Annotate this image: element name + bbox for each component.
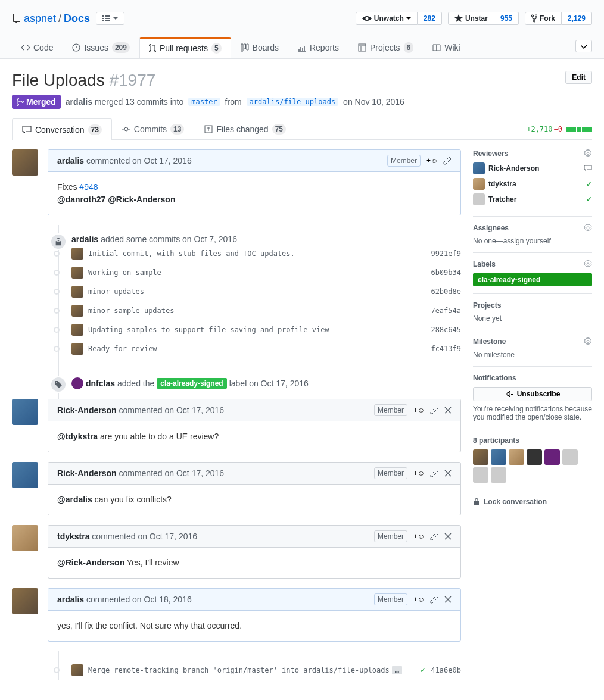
- gear-icon[interactable]: [584, 260, 592, 268]
- tab-projects[interactable]: Projects 6: [348, 37, 423, 58]
- avatar[interactable]: [71, 664, 83, 676]
- close-icon[interactable]: [444, 470, 452, 477]
- svg-text:+☺: +☺: [413, 406, 424, 414]
- breadcrumb-owner[interactable]: aspnet: [24, 12, 56, 25]
- commit-sha[interactable]: 62b0d8e: [431, 288, 461, 296]
- avatar[interactable]: [473, 467, 488, 483]
- fork-button[interactable]: Fork: [525, 12, 562, 25]
- close-icon[interactable]: [444, 596, 452, 603]
- close-icon[interactable]: [444, 407, 452, 414]
- check-icon[interactable]: ✓: [420, 666, 426, 674]
- watch-button[interactable]: Unwatch: [356, 12, 418, 25]
- projects-icon: [358, 43, 366, 52]
- pencil-icon[interactable]: [430, 469, 438, 477]
- avatar[interactable]: [71, 305, 83, 317]
- avatar[interactable]: [71, 248, 83, 260]
- commit-message[interactable]: Initial commit, with stub files and TOC …: [88, 249, 431, 258]
- reviewer-row[interactable]: Rick-Anderson: [473, 162, 592, 174]
- comment-icon: [584, 165, 592, 172]
- avatar[interactable]: [12, 399, 38, 425]
- commit-message[interactable]: Ready for review: [88, 345, 431, 353]
- pencil-icon[interactable]: [430, 406, 438, 414]
- add-reaction-icon[interactable]: +☺: [426, 156, 437, 165]
- tab-boards[interactable]: Boards: [231, 37, 288, 58]
- edit-button[interactable]: Edit: [565, 71, 592, 84]
- avatar[interactable]: [509, 449, 524, 465]
- add-reaction-icon[interactable]: +☺: [413, 468, 424, 478]
- avatar[interactable]: [491, 449, 506, 465]
- commit-sha[interactable]: 7eaf54a: [431, 307, 461, 315]
- project-switcher[interactable]: [96, 12, 124, 25]
- commit-message[interactable]: minor sample updates: [88, 307, 431, 315]
- base-branch[interactable]: master: [188, 98, 220, 106]
- commit-sha[interactable]: 288c645: [431, 326, 461, 334]
- tab-issues[interactable]: Issues 209: [63, 37, 139, 58]
- code-icon: [21, 43, 30, 52]
- svg-point-1: [149, 45, 151, 46]
- reviewer-row[interactable]: tdykstra✓: [473, 178, 592, 190]
- avatar[interactable]: [473, 449, 488, 465]
- tab-files[interactable]: Files changed 75: [194, 118, 296, 139]
- label[interactable]: cla-already-signed: [157, 378, 226, 389]
- avatar[interactable]: [71, 267, 83, 279]
- lock-conversation-link[interactable]: Lock conversation: [473, 490, 592, 506]
- avatar[interactable]: [12, 149, 38, 176]
- watch-count[interactable]: 282: [418, 12, 442, 25]
- gear-icon[interactable]: [584, 338, 592, 346]
- add-reaction-icon[interactable]: +☺: [413, 405, 424, 415]
- commit-row: Updating samples to support file saving …: [71, 320, 461, 339]
- avatar[interactable]: [71, 343, 83, 355]
- avatar[interactable]: [71, 377, 83, 389]
- avatar[interactable]: [544, 449, 560, 465]
- star-button[interactable]: Unstar: [448, 12, 494, 25]
- pencil-icon[interactable]: [430, 532, 438, 540]
- commit-message[interactable]: Updating samples to support file saving …: [88, 326, 431, 334]
- avatar[interactable]: [71, 286, 83, 298]
- nav-overflow-button[interactable]: [575, 40, 592, 52]
- avatar[interactable]: [71, 324, 83, 336]
- commit-row: minor updates62b0d8e: [71, 282, 461, 301]
- commit-message[interactable]: minor updates: [88, 288, 431, 296]
- tab-wiki[interactable]: Wiki: [423, 37, 469, 58]
- avatar[interactable]: [562, 449, 578, 465]
- avatar[interactable]: [12, 462, 38, 488]
- avatar[interactable]: [12, 525, 38, 551]
- avatar[interactable]: [12, 588, 38, 614]
- avatar[interactable]: [491, 467, 506, 483]
- gear-icon[interactable]: [584, 149, 592, 158]
- add-reaction-icon[interactable]: +☺: [413, 595, 424, 604]
- pencil-icon[interactable]: [430, 595, 438, 604]
- commit-icon: [122, 125, 130, 133]
- tab-code[interactable]: Code: [12, 37, 63, 58]
- unsubscribe-button[interactable]: Unsubscribe: [473, 387, 592, 401]
- commit-row: Working on sample6b09b34: [71, 263, 461, 282]
- chevron-down-icon: [581, 45, 587, 49]
- tab-conversation[interactable]: Conversation 73: [12, 118, 112, 140]
- avatar[interactable]: [527, 449, 542, 465]
- assign-self-link[interactable]: No one—assign yourself: [473, 237, 592, 245]
- commit-message[interactable]: Working on sample: [88, 268, 431, 277]
- commit-sha[interactable]: 6b09b34: [431, 268, 461, 277]
- add-reaction-icon[interactable]: +☺: [413, 532, 424, 541]
- tab-pull-requests[interactable]: Pull requests 5: [139, 37, 231, 58]
- issue-link[interactable]: #948: [79, 182, 98, 192]
- tab-reports[interactable]: Reports: [288, 37, 348, 58]
- repo-push-icon: [54, 238, 63, 246]
- tab-commits[interactable]: Commits 13: [112, 118, 195, 139]
- gear-icon[interactable]: [584, 224, 592, 232]
- breadcrumb-repo[interactable]: Docs: [64, 12, 90, 25]
- fork-count[interactable]: 2,129: [562, 12, 592, 25]
- commit-sha[interactable]: 41a6e0b: [431, 666, 461, 674]
- pencil-icon[interactable]: [443, 157, 452, 165]
- star-count[interactable]: 955: [494, 12, 519, 25]
- commit-sha[interactable]: fc413f9: [431, 345, 461, 353]
- merge-author[interactable]: ardalis: [66, 97, 92, 107]
- expand-ellipsis-button[interactable]: …: [392, 666, 402, 674]
- star-icon: [454, 14, 463, 23]
- label[interactable]: cla-already-signed: [473, 273, 592, 286]
- close-icon[interactable]: [444, 533, 452, 540]
- comment-author[interactable]: ardalis: [57, 156, 84, 165]
- head-branch[interactable]: ardalis/file-uploads: [247, 98, 339, 106]
- commit-sha[interactable]: 9921ef9: [431, 249, 461, 258]
- reviewer-row[interactable]: Tratcher✓: [473, 193, 592, 205]
